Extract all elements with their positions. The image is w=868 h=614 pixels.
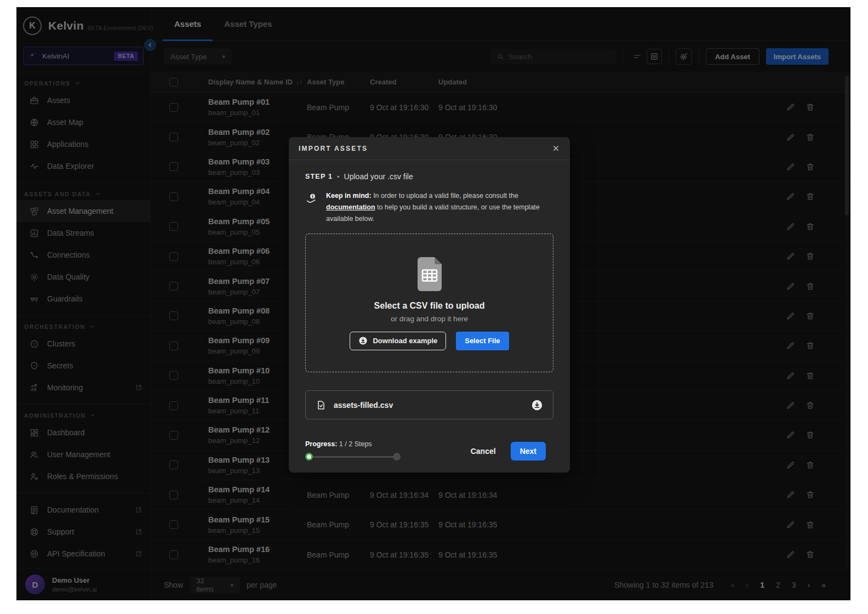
import-assets-modal: IMPORT ASSETS STEP 1 • Upload your .csv … [289, 137, 570, 473]
modal-title: IMPORT ASSETS [299, 145, 368, 152]
info-hand-icon [305, 192, 318, 206]
info-note: Keep in mind: In order to upload a valid… [305, 190, 553, 225]
download-icon [358, 336, 368, 345]
download-example-button[interactable]: Download example [350, 332, 446, 350]
next-button[interactable]: Next [511, 442, 546, 461]
csv-dropzone[interactable]: Select a CSV file to upload or drag and … [305, 234, 553, 372]
documentation-link[interactable]: documentation [326, 203, 375, 211]
dropzone-title: Select a CSV file to upload [374, 301, 485, 311]
app-window: K Kelvin BETA Environment (DEV) KelvinAI… [16, 7, 850, 600]
modal-header: IMPORT ASSETS [289, 137, 570, 160]
dropzone-subtitle: or drag and drop it here [391, 315, 468, 323]
progress-current-dot [305, 453, 313, 461]
csv-file-icon [415, 256, 444, 292]
step-indicator: STEP 1 • Upload your .csv file [305, 172, 553, 181]
select-file-button[interactable]: Select File [456, 332, 509, 350]
progress-slider [305, 453, 401, 461]
uploaded-file-row: assets-filled.csv [305, 390, 553, 419]
uploaded-file-name: assets-filled.csv [334, 401, 393, 410]
progress-section: Progress: 1 / 2 Steps [305, 440, 401, 461]
cancel-button[interactable]: Cancel [471, 447, 496, 456]
progress-end-dot [393, 453, 401, 461]
close-icon[interactable] [552, 144, 560, 152]
progress-track [307, 456, 398, 458]
download-file-icon[interactable] [531, 399, 543, 411]
file-check-icon [316, 400, 327, 411]
